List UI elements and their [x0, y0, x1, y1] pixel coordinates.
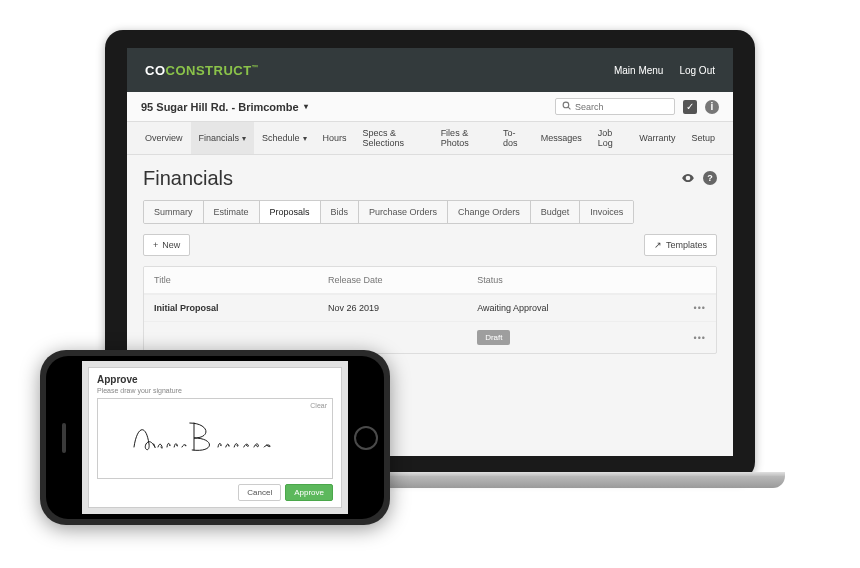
- search-field[interactable]: [555, 98, 675, 115]
- brand-tm: ™: [252, 63, 260, 70]
- nav-financials[interactable]: Financials▾: [191, 122, 255, 154]
- subtab-proposals[interactable]: Proposals: [260, 201, 321, 223]
- project-bar: 95 Sugar Hill Rd. - Brimcombe ▾ ✓ i: [127, 92, 733, 122]
- proposals-table: Title Release Date Status Initial Propos…: [143, 266, 717, 354]
- nav-specs[interactable]: Specs & Selections: [355, 122, 433, 154]
- page-title-actions: ?: [681, 171, 717, 187]
- svg-point-0: [563, 102, 569, 108]
- templates-button[interactable]: ↗ Templates: [644, 234, 717, 256]
- subtab-budget[interactable]: Budget: [531, 201, 581, 223]
- nav-files[interactable]: Files & Photos: [433, 122, 495, 154]
- top-bar: COCONSTRUCT™ Main Menu Log Out: [127, 48, 733, 92]
- row-release: Nov 26 2019: [328, 303, 477, 313]
- brand-logo: COCONSTRUCT™: [145, 63, 259, 78]
- col-title: Title: [154, 275, 328, 285]
- nav-overview-label: Overview: [145, 133, 183, 143]
- nav-hours[interactable]: Hours: [315, 122, 355, 154]
- search-icon: [562, 101, 571, 112]
- modal-subtitle: Please draw your signature: [97, 387, 333, 394]
- project-selector[interactable]: 95 Sugar Hill Rd. - Brimcombe ▾: [141, 101, 308, 113]
- checkbox-icon[interactable]: ✓: [683, 100, 697, 114]
- phone-frame: Approve Please draw your signature Clear…: [40, 350, 390, 525]
- nav-todos[interactable]: To-dos: [495, 122, 533, 154]
- logout-link[interactable]: Log Out: [679, 65, 715, 76]
- table-row[interactable]: Initial Proposal Nov 26 2019 Awaiting Ap…: [144, 294, 716, 321]
- phone-screen: Approve Please draw your signature Clear…: [82, 361, 348, 514]
- row-status: Awaiting Approval: [477, 303, 676, 313]
- nav-schedule[interactable]: Schedule▾: [254, 122, 315, 154]
- page-title-row: Financials ?: [143, 167, 717, 190]
- svg-line-1: [568, 107, 570, 109]
- nav-setup[interactable]: Setup: [683, 122, 723, 154]
- row-status: Draft: [477, 330, 676, 345]
- chevron-down-icon: ▾: [303, 134, 307, 143]
- templates-button-label: Templates: [666, 240, 707, 250]
- phone-inner: Approve Please draw your signature Clear…: [46, 356, 384, 519]
- subtab-summary[interactable]: Summary: [144, 201, 204, 223]
- chevron-down-icon: ▾: [304, 102, 308, 111]
- approve-modal: Approve Please draw your signature Clear…: [88, 367, 342, 508]
- nav-schedule-label: Schedule: [262, 133, 300, 143]
- nav-setup-label: Setup: [691, 133, 715, 143]
- row-menu-icon[interactable]: •••: [676, 303, 706, 313]
- phone-home-side: [348, 356, 384, 519]
- nav-hours-label: Hours: [323, 133, 347, 143]
- nav-joblog[interactable]: Job Log: [590, 122, 632, 154]
- main-nav: Overview Financials▾ Schedule▾ Hours Spe…: [127, 122, 733, 155]
- project-bar-right: ✓ i: [555, 98, 719, 115]
- col-status: Status: [477, 275, 676, 285]
- home-button-icon[interactable]: [354, 426, 378, 450]
- arrow-icon: ↗: [654, 240, 662, 250]
- info-icon[interactable]: i: [705, 100, 719, 114]
- help-icon[interactable]: ?: [703, 171, 717, 185]
- page-title: Financials: [143, 167, 233, 190]
- new-button-label: New: [162, 240, 180, 250]
- status-badge: Draft: [477, 330, 510, 345]
- table-head: Title Release Date Status: [144, 267, 716, 294]
- nav-specs-label: Specs & Selections: [363, 128, 425, 148]
- nav-joblog-label: Job Log: [598, 128, 624, 148]
- nav-messages[interactable]: Messages: [533, 122, 590, 154]
- chevron-down-icon: ▾: [242, 134, 246, 143]
- brand-part1: CO: [145, 63, 166, 78]
- eye-icon[interactable]: [681, 171, 695, 187]
- main-menu-link[interactable]: Main Menu: [614, 65, 663, 76]
- table-row[interactable]: Draft •••: [144, 321, 716, 353]
- subtab-change-orders[interactable]: Change Orders: [448, 201, 531, 223]
- modal-title: Approve: [97, 374, 333, 385]
- subtab-estimate[interactable]: Estimate: [204, 201, 260, 223]
- cancel-button[interactable]: Cancel: [238, 484, 281, 501]
- page-body: Financials ? Summary Estimate Proposals …: [127, 155, 733, 366]
- nav-financials-label: Financials: [199, 133, 240, 143]
- speaker-icon: [62, 423, 66, 453]
- nav-todos-label: To-dos: [503, 128, 525, 148]
- modal-buttons: Cancel Approve: [97, 484, 333, 501]
- nav-warranty[interactable]: Warranty: [631, 122, 683, 154]
- nav-overview[interactable]: Overview: [137, 122, 191, 154]
- action-row: + New ↗ Templates: [143, 234, 717, 256]
- row-title: Initial Proposal: [154, 303, 328, 313]
- top-bar-links: Main Menu Log Out: [614, 65, 715, 76]
- subtab-purchase-orders[interactable]: Purchase Orders: [359, 201, 448, 223]
- nav-files-label: Files & Photos: [441, 128, 487, 148]
- phone-speaker-side: [46, 356, 82, 519]
- brand-part2: CONSTRUCT: [166, 63, 252, 78]
- project-name-label: 95 Sugar Hill Rd. - Brimcombe: [141, 101, 299, 113]
- search-input[interactable]: [575, 102, 687, 112]
- sub-tabs: Summary Estimate Proposals Bids Purchase…: [143, 200, 634, 224]
- new-button[interactable]: + New: [143, 234, 190, 256]
- clear-button[interactable]: Clear: [310, 402, 327, 409]
- signature-drawing: [125, 413, 305, 465]
- plus-icon: +: [153, 240, 158, 250]
- col-release: Release Date: [328, 275, 477, 285]
- approve-button[interactable]: Approve: [285, 484, 333, 501]
- nav-warranty-label: Warranty: [639, 133, 675, 143]
- signature-pad[interactable]: Clear: [97, 398, 333, 479]
- subtab-invoices[interactable]: Invoices: [580, 201, 633, 223]
- subtab-bids[interactable]: Bids: [321, 201, 360, 223]
- nav-messages-label: Messages: [541, 133, 582, 143]
- row-menu-icon[interactable]: •••: [676, 333, 706, 343]
